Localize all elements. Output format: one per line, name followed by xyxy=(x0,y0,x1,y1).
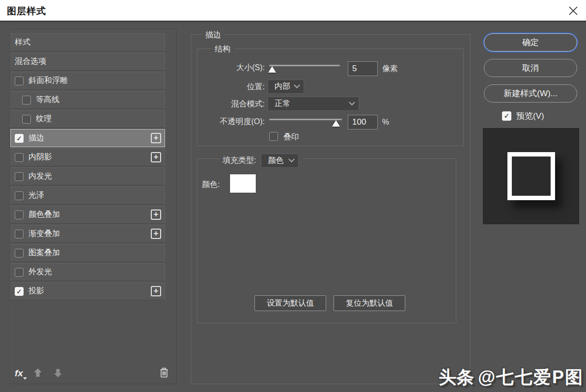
overprint-label: 叠印 xyxy=(283,131,299,142)
color-label: 颜色: xyxy=(202,179,220,190)
effects-list: 样式 混合选项 斜面和浮雕 等高线 纹理 ✓ 描边 + 内阴影 + 内发光 光泽… xyxy=(10,33,165,301)
sidebar-item-drop-shadow[interactable]: ✓ 投影 + xyxy=(10,282,165,300)
sidebar-item-stroke[interactable]: ✓ 描边 + xyxy=(10,129,165,147)
sidebar-item-label: 光泽 xyxy=(28,190,44,201)
effect-checkbox[interactable] xyxy=(15,249,24,258)
position-label: 位置: xyxy=(206,81,265,92)
style-preview-thumbnail xyxy=(483,128,579,224)
sidebar-item-label: 样式 xyxy=(15,37,30,48)
chevron-down-icon xyxy=(349,99,355,105)
fx-menu-button[interactable]: fx xyxy=(15,369,23,378)
sidebar-item-outer-glow[interactable]: 外发光 xyxy=(10,263,165,281)
preview-label: 预览(V) xyxy=(516,110,544,122)
blend-mode-label: 混合模式: xyxy=(206,99,265,109)
sidebar-item-label: 投影 xyxy=(28,286,44,296)
close-icon[interactable] xyxy=(567,5,579,17)
effect-checkbox[interactable] xyxy=(15,172,24,181)
fill-type-legend: 填充类型: 颜色 xyxy=(220,152,304,169)
structure-legend: 结构 xyxy=(211,44,234,54)
stroke-preview-square xyxy=(507,152,555,200)
add-effect-button[interactable]: + xyxy=(151,286,161,296)
reset-default-button[interactable]: 复位为默认值 xyxy=(334,295,405,311)
move-effect-up-icon[interactable] xyxy=(32,367,43,378)
preview-toggle[interactable]: ✓ 预览(V) xyxy=(502,110,544,122)
effects-list-panel: 样式 混合选项 斜面和浮雕 等高线 纹理 ✓ 描边 + 内阴影 + 内发光 光泽… xyxy=(10,29,177,384)
cancel-button[interactable]: 取消 xyxy=(484,59,577,77)
effect-checkbox[interactable]: ✓ xyxy=(15,134,24,143)
opacity-input[interactable]: 100 xyxy=(348,115,378,130)
overprint-checkbox[interactable] xyxy=(269,132,278,141)
sidebar-item-bevel-emboss[interactable]: 斜面和浮雕 xyxy=(10,72,165,90)
sidebar-item-blending-options[interactable]: 混合选项 xyxy=(10,52,165,71)
add-effect-button[interactable]: + xyxy=(151,209,161,220)
chevron-down-icon xyxy=(294,82,300,88)
effect-checkbox[interactable] xyxy=(15,210,24,219)
effect-checkbox[interactable]: ✓ xyxy=(15,287,24,296)
sidebar-item-label: 颜色叠加 xyxy=(28,209,60,220)
sidebar-item-styles[interactable]: 样式 xyxy=(10,33,165,52)
sidebar-item-label: 斜面和浮雕 xyxy=(28,76,68,86)
sidebar-item-gradient-overlay[interactable]: 渐变叠加 + xyxy=(10,225,165,243)
sidebar-item-label: 纹理 xyxy=(36,114,52,124)
sidebar-item-pattern-overlay[interactable]: 图案叠加 xyxy=(10,244,165,262)
opacity-slider-thumb[interactable] xyxy=(332,120,340,127)
stroke-settings-panel: 描边 结构 大小(S): 5 像素 位置: 内部 混合模式: 正常 不透明度(O… xyxy=(191,34,471,384)
position-select[interactable]: 内部 xyxy=(268,79,304,94)
make-default-button[interactable]: 设置为默认值 xyxy=(254,295,326,311)
effect-checkbox[interactable] xyxy=(15,153,24,162)
sidebar-item-label: 内发光 xyxy=(28,171,52,182)
size-unit-label: 像素 xyxy=(382,63,398,74)
new-style-button[interactable]: 新建样式(W)... xyxy=(484,84,577,103)
sidebar-item-contour[interactable]: 等高线 xyxy=(10,91,165,109)
watermark-prefix: 头条 xyxy=(439,367,474,387)
size-label: 大小(S): xyxy=(206,62,265,73)
sidebar-item-texture[interactable]: 纹理 xyxy=(10,110,165,128)
sidebar-item-label: 等高线 xyxy=(36,95,59,105)
sidebar-item-label: 内阴影 xyxy=(28,152,52,162)
effect-checkbox[interactable] xyxy=(22,115,31,124)
blend-mode-select[interactable]: 正常 xyxy=(268,97,359,111)
watermark: 头条@七七爱P图 xyxy=(439,366,584,390)
sidebar-item-color-overlay[interactable]: 颜色叠加 + xyxy=(10,206,165,224)
add-effect-button[interactable]: + xyxy=(151,152,161,162)
sidebar-item-label: 渐变叠加 xyxy=(28,229,60,239)
effect-checkbox[interactable] xyxy=(15,191,24,200)
caret-down-icon xyxy=(23,377,27,380)
opacity-slider-track[interactable] xyxy=(269,119,342,120)
chevron-down-icon xyxy=(289,156,295,162)
watermark-handle: @七七爱P图 xyxy=(478,367,584,387)
layer-style-dialog: 图层样式 样式 混合选项 斜面和浮雕 等高线 纹理 ✓ 描边 + 内阴影 + 内… xyxy=(0,0,586,392)
sidebar-item-satin[interactable]: 光泽 xyxy=(10,186,165,205)
add-effect-button[interactable]: + xyxy=(151,133,161,143)
ok-button[interactable]: 确定 xyxy=(484,33,577,52)
sidebar-item-inner-glow[interactable]: 内发光 xyxy=(10,167,165,185)
sidebar-item-label: 混合选项 xyxy=(15,56,46,67)
delete-effect-icon[interactable] xyxy=(159,367,169,378)
effects-list-footer: fx xyxy=(10,361,176,384)
dialog-title: 图层样式 xyxy=(7,5,46,18)
size-input[interactable]: 5 xyxy=(348,61,378,76)
sidebar-item-inner-shadow[interactable]: 内阴影 + xyxy=(10,148,165,166)
stroke-color-swatch[interactable] xyxy=(230,174,256,193)
effect-checkbox[interactable] xyxy=(22,96,31,105)
opacity-unit-label: % xyxy=(382,117,389,128)
preview-checkbox[interactable]: ✓ xyxy=(502,111,511,121)
titlebar: 图层样式 xyxy=(0,0,586,22)
effect-checkbox[interactable] xyxy=(15,268,24,277)
fill-type-select[interactable]: 颜色 xyxy=(261,154,299,168)
effect-checkbox[interactable] xyxy=(15,230,24,238)
panel-title: 描边 xyxy=(202,30,224,40)
size-slider-track[interactable] xyxy=(269,65,340,66)
size-slider-thumb[interactable] xyxy=(268,66,276,73)
move-effect-down-icon[interactable] xyxy=(53,367,63,378)
sidebar-item-label: 外发光 xyxy=(28,267,52,277)
add-effect-button[interactable]: + xyxy=(151,229,161,239)
opacity-label: 不透明度(O): xyxy=(200,116,265,127)
sidebar-item-label: 描边 xyxy=(28,133,44,143)
effect-checkbox[interactable] xyxy=(15,77,24,85)
fill-type-label: 填充类型: xyxy=(223,155,256,166)
sidebar-item-label: 图案叠加 xyxy=(28,248,60,258)
